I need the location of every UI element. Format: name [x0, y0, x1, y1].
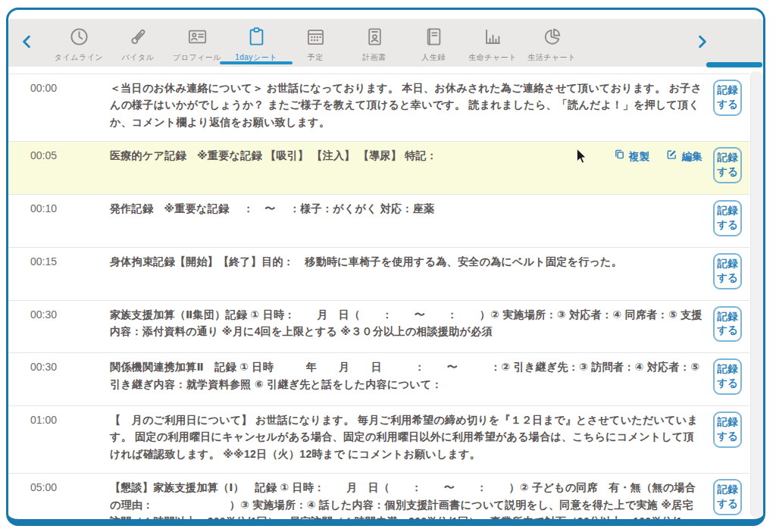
record-row[interactable]: 00:30 家族支援加算（Ⅱ集団）記録 ① 日時： 月 日（ ： 〜 ： ）② … [8, 301, 749, 354]
record-button[interactable]: 記録する [713, 80, 742, 116]
pencil-icon [666, 149, 677, 165]
record-row[interactable]: 05:00 【懇談】家族支援加算（Ⅰ） 記録 ① 日時： 月 日（ ： 〜 ： … [8, 474, 749, 526]
tab-label: プロフィール [173, 52, 221, 63]
record-text: 【懇談】家族支援加算（Ⅰ） 記録 ① 日時： 月 日（ ： 〜 ： ）② 子ども… [110, 479, 702, 526]
tab-schedule[interactable]: 予定 [286, 24, 345, 62]
vertical-scrollbar[interactable] [750, 71, 763, 518]
tabbar-scrollbar-thumb[interactable] [706, 62, 762, 67]
record-sheet-window: タイムライン バイタル プロフィール 1dayシート [6, 8, 765, 526]
bar-chart-icon [483, 27, 503, 50]
record-list: 00:00 ＜当日のお休み連絡について＞ お世話になっております。 本日、お休み… [8, 74, 749, 526]
record-time: 05:00 [8, 479, 88, 493]
tab-label: 1dayシート [235, 52, 277, 63]
tab-life-chart[interactable]: 生命チャート [463, 24, 522, 62]
tab-1day-sheet[interactable]: 1dayシート [227, 24, 286, 62]
edit-button[interactable]: 編集 [666, 149, 702, 165]
tab-life-record[interactable]: 人生録 [404, 24, 463, 62]
record-row[interactable]: 01:00 【 月のご利用日について】 お世話になります。 毎月ご利用希望の締め… [8, 406, 749, 474]
record-text: 発作記録 ※重要な記録 ： 〜 ：様子：がくがく 対応：座薬 [110, 200, 702, 217]
record-time: 00:15 [8, 253, 88, 268]
copy-icon [614, 149, 625, 165]
record-row[interactable]: 00:15 身体拘束記録【開始】【終了】目的： 移動時に車椅子を使用する為、安全… [8, 248, 749, 301]
record-row[interactable]: 00:30 関係機関連携加算Ⅱ 記録 ① 日時 年 月 日 ： 〜 ：② 引き継… [8, 353, 749, 406]
pie-chart-icon [542, 27, 562, 50]
mouse-cursor [576, 149, 587, 167]
tab-label: 計画書 [362, 52, 386, 63]
tabs-scroll-right-button[interactable] [684, 28, 721, 58]
record-time: 00:10 [8, 200, 88, 214]
record-text: 医療的ケア記録 ※重要な記録 【吸引】 【注入】 【導尿】 特記： [110, 147, 437, 164]
record-button[interactable]: 記録する [713, 147, 742, 183]
chevron-right-icon [696, 35, 709, 51]
record-button[interactable]: 記録する [713, 358, 742, 395]
record-list-area: 00:00 ＜当日のお休み連絡について＞ お世話になっております。 本日、お休み… [8, 67, 763, 519]
tab-lifestyle-chart[interactable]: 生活チャート [522, 24, 581, 62]
tab-label: 予定 [308, 52, 324, 63]
tab-label: 生命チャート [468, 52, 517, 63]
record-text: 関係機関連携加算Ⅱ 記録 ① 日時 年 月 日 ： 〜 ：② 引き継ぎ先：③ 訪… [110, 358, 702, 393]
feature-tab-bar: タイムライン バイタル プロフィール 1dayシート [8, 19, 763, 67]
record-button[interactable]: 記録する [713, 200, 742, 236]
record-row[interactable]: 00:10 発作記録 ※重要な記録 ： 〜 ：様子：がくがく 対応：座薬 記録す… [8, 195, 749, 248]
record-text: ＜当日のお休み連絡について＞ お世話になっております。 本日、お休みされた為ご連… [110, 80, 702, 130]
tab-label: バイタル [122, 52, 155, 63]
tab-timeline[interactable]: タイムライン [49, 24, 108, 62]
tab-label: 人生録 [421, 52, 446, 63]
record-time: 00:00 [8, 80, 88, 94]
tab-label: タイムライン [55, 52, 103, 63]
record-time: 00:05 [8, 147, 88, 161]
tab-plan-document[interactable]: 計画書 [345, 24, 404, 62]
thermometer-icon [128, 27, 149, 50]
record-row[interactable]: 00:00 ＜当日のお休み連絡について＞ お世話になっております。 本日、お休み… [8, 74, 749, 142]
record-time: 00:30 [8, 306, 88, 321]
duplicate-label: 複製 [629, 149, 650, 165]
record-button[interactable]: 記録する [713, 306, 742, 343]
tab-profile[interactable]: プロフィール [167, 24, 227, 62]
record-button[interactable]: 記録する [713, 479, 742, 515]
calendar-icon [305, 27, 326, 50]
clipboard-icon [246, 27, 267, 50]
tab-strip: タイムライン バイタル プロフィール 1dayシート [45, 24, 581, 62]
record-time: 01:00 [8, 412, 88, 426]
record-time: 00:30 [8, 358, 88, 373]
tab-vitals[interactable]: バイタル [108, 24, 167, 62]
record-button[interactable]: 記録する [713, 412, 742, 448]
row-actions: 複製 編集 [614, 149, 702, 165]
duplicate-button[interactable]: 複製 [614, 149, 650, 165]
edit-label: 編集 [681, 149, 702, 165]
record-row-selected[interactable]: 00:05 医療的ケア記録 ※重要な記録 【吸引】 【注入】 【導尿】 特記： … [8, 142, 749, 195]
record-button[interactable]: 記録する [713, 253, 742, 289]
record-text: 家族支援加算（Ⅱ集団）記録 ① 日時： 月 日（ ： 〜 ： ）② 実施場所：③… [110, 306, 702, 340]
badge-icon [365, 27, 385, 50]
clock-icon [69, 27, 89, 50]
chevron-left-icon [20, 35, 33, 51]
id-card-icon [187, 27, 208, 50]
book-icon [424, 27, 444, 50]
record-text: 【 月のご利用日について】 お世話になります。 毎月ご利用希望の締め切りを『１２… [110, 412, 702, 462]
record-text: 身体拘束記録【開始】【終了】目的： 移動時に車椅子を使用する為、安全の為にベルト… [110, 253, 702, 270]
tab-label: 生活チャート [527, 52, 576, 63]
tabs-scroll-left-button[interactable] [8, 28, 45, 58]
